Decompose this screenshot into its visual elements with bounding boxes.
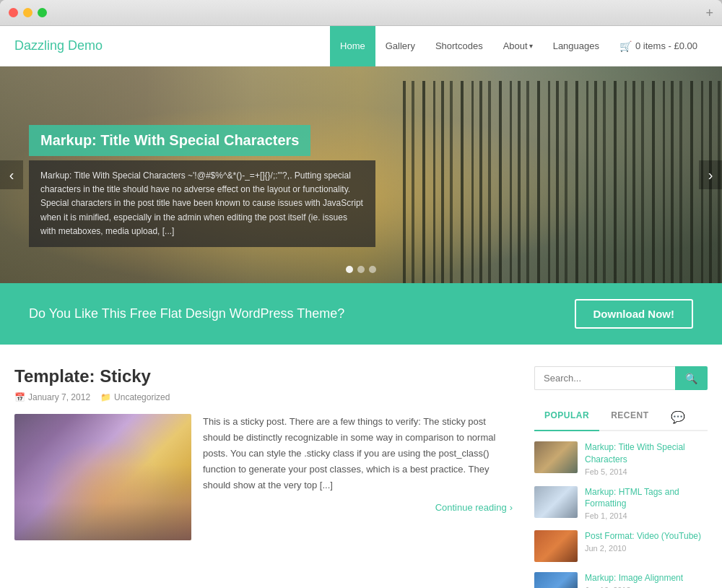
search-button[interactable]: 🔍 <box>675 366 708 390</box>
content-left: Template: Sticky 📅 January 7, 2012 📁 Unc… <box>14 366 513 588</box>
search-input[interactable] <box>534 366 675 390</box>
continue-reading-link[interactable]: Continue reading › <box>435 502 513 513</box>
cart-label: 0 items - £0.00 <box>635 40 697 51</box>
browser-dots <box>9 8 47 17</box>
browser-window: + Dazzling Demo Home Gallery Shortcodes … <box>0 0 722 588</box>
search-box: 🔍 <box>534 366 708 390</box>
nav-item-languages[interactable]: Languages <box>543 26 609 66</box>
sidebar-item-date: Jun 2, 2010 <box>585 544 708 553</box>
sidebar-item-thumbnail <box>534 486 578 518</box>
close-button-dot[interactable] <box>9 8 18 17</box>
cart-icon: 🛒 <box>619 40 632 52</box>
hero-trees-decoration <box>397 81 722 283</box>
sidebar-item-title[interactable]: Markup: Image Alignment <box>585 572 708 584</box>
hero-content: Markup: Title With Special Characters Ma… <box>29 125 375 247</box>
sidebar-popular-item: Markup: HTML Tags and Formatting Feb 1, … <box>534 486 708 521</box>
sidebar-item-info: Markup: Image Alignment Jan 10, 2013 <box>585 572 708 588</box>
cta-banner: Do You Like This Free Flat Design WordPr… <box>0 283 722 345</box>
website-content: Dazzling Demo Home Gallery Shortcodes Ab… <box>0 26 722 588</box>
nav-cart[interactable]: 🛒 0 items - £0.00 <box>609 40 708 52</box>
new-tab-button[interactable]: + <box>705 7 713 20</box>
tab-popular[interactable]: POPULAR <box>534 405 599 431</box>
sidebar-item-title[interactable]: Markup: HTML Tags and Formatting <box>585 486 708 511</box>
calendar-icon: 📅 <box>14 392 25 402</box>
slider-next-button[interactable]: › <box>699 160 722 189</box>
sidebar-item-title[interactable]: Post Format: Video (YouTube) <box>585 530 708 542</box>
slider-prev-button[interactable]: ‹ <box>0 160 23 189</box>
tab-comments[interactable]: 💬 <box>661 405 696 430</box>
maximize-button-dot[interactable] <box>38 8 47 17</box>
sidebar-item-thumbnail <box>534 441 578 473</box>
minimize-button-dot[interactable] <box>23 8 32 17</box>
slider-dot-1[interactable] <box>346 266 353 273</box>
sidebar-popular-item: Markup: Title With Special Characters Fe… <box>534 441 708 476</box>
main-content: Template: Sticky 📅 January 7, 2012 📁 Unc… <box>0 345 722 588</box>
nav-item-shortcodes[interactable]: Shortcodes <box>425 26 493 66</box>
cta-text: Do You Like This Free Flat Design WordPr… <box>29 306 344 321</box>
sidebar-item-date: Feb 1, 2014 <box>585 511 708 520</box>
sidebar-item-info: Post Format: Video (YouTube) Jun 2, 2010 <box>585 530 708 553</box>
article-category: 📁 Uncategorized <box>100 392 170 402</box>
hero-text: Markup: Title With Special Characters ~'… <box>40 169 364 238</box>
sidebar-popular-item: Post Format: Video (YouTube) Jun 2, 2010 <box>534 530 708 562</box>
browser-titlebar: + <box>0 0 722 26</box>
sidebar-tabs: POPULAR RECENT 💬 <box>534 405 708 431</box>
chevron-down-icon: ▾ <box>529 42 533 50</box>
article-text: This is a sticky post. There are a few t… <box>203 414 513 540</box>
article-date: 📅 January 7, 2012 <box>14 392 90 402</box>
hero-title-box: Markup: Title With Special Characters <box>29 125 310 156</box>
slider-dot-2[interactable] <box>357 266 365 273</box>
sidebar-item-thumbnail <box>534 572 578 588</box>
site-header: Dazzling Demo Home Gallery Shortcodes Ab… <box>0 26 722 66</box>
hero-title: Markup: Title With Special Characters <box>40 132 299 149</box>
article-body: This is a sticky post. There are a few t… <box>14 414 513 540</box>
nav-item-about[interactable]: About ▾ <box>493 26 543 66</box>
site-logo[interactable]: Dazzling Demo <box>14 38 330 53</box>
sidebar-item-title[interactable]: Markup: Title With Special Characters <box>585 441 708 466</box>
nav-item-home[interactable]: Home <box>330 26 375 66</box>
article-title: Template: Sticky <box>14 366 513 386</box>
slider-dots <box>346 266 376 273</box>
hero-slider: Markup: Title With Special Characters Ma… <box>0 66 722 283</box>
hero-text-box: Markup: Title With Special Characters ~'… <box>29 160 375 247</box>
sidebar-item-info: Markup: Title With Special Characters Fe… <box>585 441 708 476</box>
sidebar-item-thumbnail <box>534 530 578 562</box>
sidebar-popular-item: Markup: Image Alignment Jan 10, 2013 <box>534 572 708 588</box>
tab-recent[interactable]: RECENT <box>601 405 658 430</box>
nav-item-gallery[interactable]: Gallery <box>375 26 425 66</box>
article-thumbnail <box>14 414 191 540</box>
article-meta: 📅 January 7, 2012 📁 Uncategorized <box>14 392 513 402</box>
sidebar-item-date: Feb 5, 2014 <box>585 467 708 476</box>
download-now-button[interactable]: Download Now! <box>575 299 694 329</box>
slider-dot-3[interactable] <box>369 266 376 273</box>
arrow-right-icon: › <box>510 502 513 513</box>
folder-icon: 📁 <box>100 392 111 402</box>
site-nav: Home Gallery Shortcodes About ▾ Language… <box>330 26 708 66</box>
sidebar-item-info: Markup: HTML Tags and Formatting Feb 1, … <box>585 486 708 521</box>
popular-items-list: Markup: Title With Special Characters Fe… <box>534 441 708 588</box>
article-paragraph: This is a sticky post. There are a few t… <box>203 414 513 493</box>
sidebar: 🔍 POPULAR RECENT 💬 Markup: Title With Sp… <box>534 366 708 588</box>
